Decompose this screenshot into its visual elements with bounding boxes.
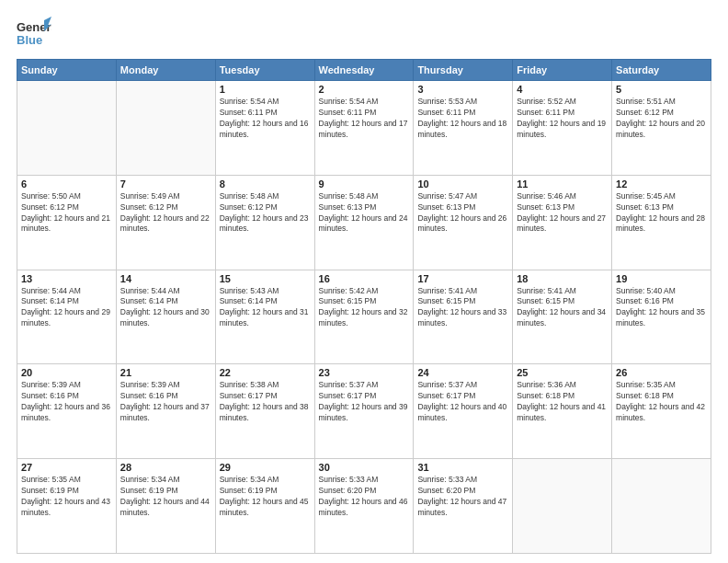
calendar-cell: 12Sunrise: 5:45 AMSunset: 6:13 PMDayligh… xyxy=(612,175,711,270)
day-info: Sunrise: 5:35 AMSunset: 6:18 PMDaylight:… xyxy=(616,380,707,424)
day-info: Sunrise: 5:48 AMSunset: 6:13 PMDaylight:… xyxy=(319,191,410,236)
day-number: 20 xyxy=(21,367,112,378)
calendar-cell: 23Sunrise: 5:37 AMSunset: 6:17 PMDayligh… xyxy=(314,364,414,459)
day-number: 16 xyxy=(319,273,410,284)
day-header-saturday: Saturday xyxy=(612,60,711,81)
day-info: Sunrise: 5:44 AMSunset: 6:14 PMDaylight:… xyxy=(120,286,211,330)
day-header-tuesday: Tuesday xyxy=(215,60,314,81)
day-number: 25 xyxy=(517,367,608,378)
calendar-cell xyxy=(513,459,612,554)
calendar-week-3: 13Sunrise: 5:44 AMSunset: 6:14 PMDayligh… xyxy=(17,270,711,364)
day-number: 21 xyxy=(120,367,211,378)
day-info: Sunrise: 5:47 AMSunset: 6:13 PMDaylight:… xyxy=(417,191,508,236)
day-number: 29 xyxy=(220,462,311,473)
header: General Blue xyxy=(17,17,711,52)
day-info: Sunrise: 5:35 AMSunset: 6:19 PMDaylight:… xyxy=(21,475,112,519)
day-number: 5 xyxy=(616,84,707,95)
calendar-cell: 6Sunrise: 5:50 AMSunset: 6:12 PMDaylight… xyxy=(17,175,117,270)
day-info: Sunrise: 5:46 AMSunset: 6:13 PMDaylight:… xyxy=(517,191,608,236)
day-info: Sunrise: 5:48 AMSunset: 6:12 PMDaylight:… xyxy=(220,191,311,236)
calendar-cell xyxy=(116,81,215,176)
calendar-cell: 28Sunrise: 5:34 AMSunset: 6:19 PMDayligh… xyxy=(116,459,215,554)
day-number: 23 xyxy=(319,367,410,378)
day-info: Sunrise: 5:54 AMSunset: 6:11 PMDaylight:… xyxy=(220,97,311,141)
day-info: Sunrise: 5:44 AMSunset: 6:14 PMDaylight:… xyxy=(21,286,112,330)
calendar-cell: 30Sunrise: 5:33 AMSunset: 6:20 PMDayligh… xyxy=(314,459,414,554)
day-info: Sunrise: 5:45 AMSunset: 6:13 PMDaylight:… xyxy=(616,191,707,236)
day-number: 28 xyxy=(120,462,211,473)
day-info: Sunrise: 5:39 AMSunset: 6:16 PMDaylight:… xyxy=(21,380,112,424)
day-number: 7 xyxy=(120,178,211,190)
day-info: Sunrise: 5:51 AMSunset: 6:12 PMDaylight:… xyxy=(616,97,707,141)
day-number: 24 xyxy=(417,367,508,378)
day-info: Sunrise: 5:41 AMSunset: 6:15 PMDaylight:… xyxy=(417,286,508,330)
day-number: 6 xyxy=(21,178,112,190)
day-header-friday: Friday xyxy=(513,60,612,81)
day-number: 22 xyxy=(220,367,311,378)
calendar-cell: 15Sunrise: 5:43 AMSunset: 6:14 PMDayligh… xyxy=(215,270,314,364)
calendar-cell: 2Sunrise: 5:54 AMSunset: 6:11 PMDaylight… xyxy=(314,81,414,176)
calendar-cell: 1Sunrise: 5:54 AMSunset: 6:11 PMDaylight… xyxy=(215,81,314,176)
day-info: Sunrise: 5:37 AMSunset: 6:17 PMDaylight:… xyxy=(417,380,508,424)
day-info: Sunrise: 5:34 AMSunset: 6:19 PMDaylight:… xyxy=(220,475,311,519)
calendar-cell: 7Sunrise: 5:49 AMSunset: 6:12 PMDaylight… xyxy=(116,175,215,270)
day-number: 31 xyxy=(417,462,508,473)
day-header-monday: Monday xyxy=(116,60,215,81)
day-info: Sunrise: 5:40 AMSunset: 6:16 PMDaylight:… xyxy=(616,286,707,330)
day-info: Sunrise: 5:53 AMSunset: 6:11 PMDaylight:… xyxy=(417,97,508,141)
calendar-cell: 9Sunrise: 5:48 AMSunset: 6:13 PMDaylight… xyxy=(314,175,414,270)
day-info: Sunrise: 5:49 AMSunset: 6:12 PMDaylight:… xyxy=(120,191,211,236)
day-number: 2 xyxy=(319,84,410,95)
day-number: 4 xyxy=(517,84,608,95)
day-info: Sunrise: 5:38 AMSunset: 6:17 PMDaylight:… xyxy=(220,380,311,424)
calendar-week-4: 20Sunrise: 5:39 AMSunset: 6:16 PMDayligh… xyxy=(17,364,711,459)
day-header-wednesday: Wednesday xyxy=(314,60,414,81)
calendar-cell: 4Sunrise: 5:52 AMSunset: 6:11 PMDaylight… xyxy=(513,81,612,176)
day-number: 1 xyxy=(220,84,311,95)
calendar-cell: 10Sunrise: 5:47 AMSunset: 6:13 PMDayligh… xyxy=(414,175,513,270)
day-info: Sunrise: 5:34 AMSunset: 6:19 PMDaylight:… xyxy=(120,475,211,519)
calendar-table: SundayMondayTuesdayWednesdayThursdayFrid… xyxy=(17,59,711,554)
day-number: 13 xyxy=(21,273,112,284)
calendar-cell: 18Sunrise: 5:41 AMSunset: 6:15 PMDayligh… xyxy=(513,270,612,364)
day-number: 17 xyxy=(417,273,508,284)
day-info: Sunrise: 5:33 AMSunset: 6:20 PMDaylight:… xyxy=(417,475,508,519)
calendar-week-1: 1Sunrise: 5:54 AMSunset: 6:11 PMDaylight… xyxy=(17,81,711,176)
day-info: Sunrise: 5:54 AMSunset: 6:11 PMDaylight:… xyxy=(319,97,410,141)
calendar-cell: 14Sunrise: 5:44 AMSunset: 6:14 PMDayligh… xyxy=(116,270,215,364)
calendar-cell: 8Sunrise: 5:48 AMSunset: 6:12 PMDaylight… xyxy=(215,175,314,270)
calendar-cell xyxy=(612,459,711,554)
calendar-cell: 22Sunrise: 5:38 AMSunset: 6:17 PMDayligh… xyxy=(215,364,314,459)
calendar-cell: 19Sunrise: 5:40 AMSunset: 6:16 PMDayligh… xyxy=(612,270,711,364)
day-info: Sunrise: 5:33 AMSunset: 6:20 PMDaylight:… xyxy=(319,475,410,519)
day-number: 12 xyxy=(616,178,707,190)
day-number: 27 xyxy=(21,462,112,473)
calendar-cell: 29Sunrise: 5:34 AMSunset: 6:19 PMDayligh… xyxy=(215,459,314,554)
day-number: 9 xyxy=(319,178,410,190)
day-number: 15 xyxy=(220,273,311,284)
day-info: Sunrise: 5:52 AMSunset: 6:11 PMDaylight:… xyxy=(517,97,608,141)
calendar-cell: 16Sunrise: 5:42 AMSunset: 6:15 PMDayligh… xyxy=(314,270,414,364)
day-number: 30 xyxy=(319,462,410,473)
calendar-week-5: 27Sunrise: 5:35 AMSunset: 6:19 PMDayligh… xyxy=(17,459,711,554)
day-info: Sunrise: 5:43 AMSunset: 6:14 PMDaylight:… xyxy=(220,286,311,330)
calendar-cell: 26Sunrise: 5:35 AMSunset: 6:18 PMDayligh… xyxy=(612,364,711,459)
svg-text:Blue: Blue xyxy=(17,33,42,47)
calendar-cell: 27Sunrise: 5:35 AMSunset: 6:19 PMDayligh… xyxy=(17,459,117,554)
day-number: 10 xyxy=(417,178,508,190)
day-info: Sunrise: 5:41 AMSunset: 6:15 PMDaylight:… xyxy=(517,286,608,330)
day-info: Sunrise: 5:39 AMSunset: 6:16 PMDaylight:… xyxy=(120,380,211,424)
page: General Blue SundayMondayTuesdayWednesda… xyxy=(0,0,728,563)
day-info: Sunrise: 5:36 AMSunset: 6:18 PMDaylight:… xyxy=(517,380,608,424)
logo-icon: General Blue xyxy=(17,17,51,52)
calendar-cell: 20Sunrise: 5:39 AMSunset: 6:16 PMDayligh… xyxy=(17,364,117,459)
day-number: 18 xyxy=(517,273,608,284)
calendar-week-2: 6Sunrise: 5:50 AMSunset: 6:12 PMDaylight… xyxy=(17,175,711,270)
day-number: 3 xyxy=(417,84,508,95)
day-header-sunday: Sunday xyxy=(17,60,117,81)
calendar-cell: 24Sunrise: 5:37 AMSunset: 6:17 PMDayligh… xyxy=(414,364,513,459)
calendar-cell: 5Sunrise: 5:51 AMSunset: 6:12 PMDaylight… xyxy=(612,81,711,176)
calendar-cell: 25Sunrise: 5:36 AMSunset: 6:18 PMDayligh… xyxy=(513,364,612,459)
calendar-header-row: SundayMondayTuesdayWednesdayThursdayFrid… xyxy=(17,60,711,81)
calendar-cell: 3Sunrise: 5:53 AMSunset: 6:11 PMDaylight… xyxy=(414,81,513,176)
